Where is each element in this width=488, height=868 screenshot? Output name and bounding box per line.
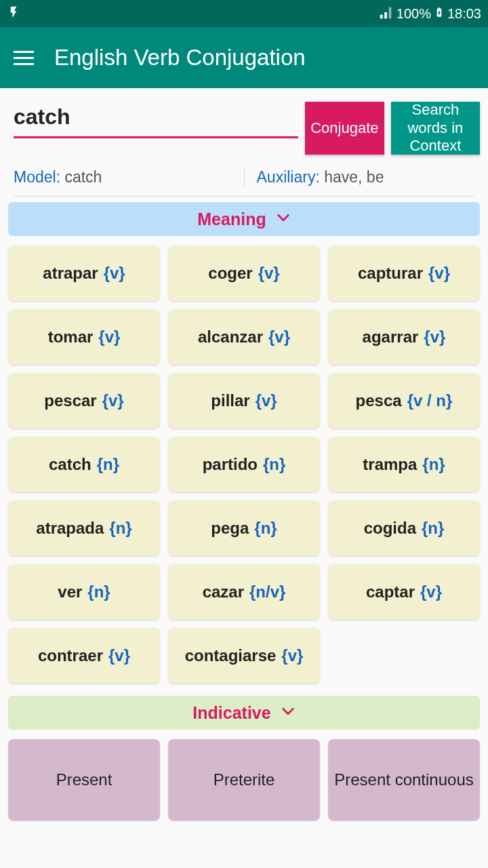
section-meaning[interactable]: Meaning — [8, 202, 480, 236]
meaning-card[interactable]: agarrar{v} — [328, 309, 480, 365]
meaning-card[interactable]: ver{n} — [8, 564, 160, 620]
meaning-card[interactable]: pescar{v} — [8, 373, 160, 429]
meaning-card[interactable]: partido{n} — [168, 437, 320, 492]
meaning-pos: {v} — [108, 646, 130, 665]
meaning-pos: {n} — [422, 455, 445, 474]
meaning-card[interactable]: coger{v} — [168, 245, 320, 301]
meaning-word: cazar — [203, 583, 244, 601]
model-label: Model: — [14, 168, 60, 186]
meaning-card[interactable]: cazar{n/v} — [168, 564, 320, 620]
meaning-pos: {n} — [97, 455, 119, 474]
meaning-card[interactable]: tomar{v} — [8, 309, 160, 365]
battery-charging-icon — [434, 4, 445, 24]
meaning-card[interactable]: contagiarse{v} — [168, 628, 320, 684]
meaning-pos: {v} — [258, 264, 280, 283]
meaning-card[interactable]: cogida{n} — [328, 500, 480, 556]
meaning-pos: {n} — [109, 519, 131, 538]
tense-card[interactable]: Present continuous — [328, 739, 480, 821]
meaning-pos: {v} — [256, 391, 277, 410]
meaning-pos: {v / n} — [407, 391, 453, 410]
verb-input[interactable] — [14, 102, 298, 138]
meaning-word: pega — [211, 519, 249, 538]
meaning-word: captar — [366, 583, 415, 601]
meaning-word: atrapar — [43, 264, 98, 283]
meaning-card[interactable]: trampa{n} — [328, 437, 480, 492]
meaning-pos: {n/v} — [249, 583, 285, 601]
auxiliary-value: have, be — [320, 168, 384, 186]
divider — [14, 196, 474, 197]
meaning-word: capturar — [358, 264, 423, 283]
meaning-pos: {v} — [281, 646, 303, 665]
tense-card[interactable]: Preterite — [168, 739, 320, 821]
meaning-word: contraer — [38, 646, 103, 665]
section-indicative-label: Indicative — [192, 703, 270, 723]
meaning-card[interactable]: pillar{v} — [168, 373, 320, 429]
meaning-word: tomar — [48, 328, 94, 347]
chevron-down-icon — [281, 703, 296, 723]
meaning-card[interactable]: capturar{v} — [328, 245, 480, 301]
menu-icon[interactable] — [14, 51, 34, 65]
info-row: Model: catch Auxiliary: have, be — [0, 160, 488, 196]
chevron-down-icon — [276, 210, 291, 229]
meaning-card[interactable]: alcanzar{v} — [168, 309, 320, 365]
meaning-word: cogida — [364, 519, 416, 538]
meaning-pos: {v} — [98, 328, 120, 347]
tense-card[interactable]: Present — [8, 739, 160, 821]
meaning-card[interactable]: atrapar{v} — [8, 245, 160, 301]
meaning-pos: {v} — [102, 391, 124, 410]
meaning-pos: {v} — [104, 264, 125, 283]
conjugate-button[interactable]: Conjugate — [305, 102, 384, 155]
meaning-word: contagiarse — [185, 646, 277, 665]
tense-grid: PresentPreteritePresent continuous — [0, 735, 488, 825]
auxiliary-label: Auxiliary: — [257, 168, 320, 186]
meaning-card[interactable]: pesca{v / n} — [328, 373, 480, 429]
meaning-card[interactable]: pega{n} — [168, 500, 320, 556]
meaning-card[interactable]: contraer{v} — [8, 628, 160, 684]
meaning-word: ver — [58, 583, 82, 601]
model-value: catch — [60, 168, 102, 186]
meaning-grid: atrapar{v}coger{v}capturar{v}tomar{v}alc… — [0, 241, 488, 690]
meaning-pos: {v} — [420, 583, 442, 601]
meaning-card[interactable]: atrapada{n} — [8, 500, 160, 556]
meaning-word: pescar — [44, 391, 96, 410]
flash-icon — [7, 3, 20, 25]
meaning-pos: {n} — [422, 519, 444, 538]
meaning-word: trampa — [363, 455, 417, 474]
meaning-pos: {v} — [268, 328, 290, 347]
search-context-button[interactable]: Search words in Context — [391, 102, 480, 155]
signal-icon — [379, 5, 394, 23]
search-row: Conjugate Search words in Context — [0, 88, 488, 160]
meaning-word: alcanzar — [198, 328, 263, 347]
meaning-pos: {v} — [424, 328, 445, 347]
meaning-word: pillar — [211, 391, 249, 410]
app-title: English Verb Conjugation — [54, 45, 306, 71]
section-meaning-label: Meaning — [197, 210, 266, 229]
meaning-word: catch — [49, 455, 92, 474]
battery-percent: 100% — [396, 6, 431, 22]
status-bar: 100% 18:03 — [0, 0, 488, 27]
meaning-word: partido — [203, 455, 258, 474]
section-indicative[interactable]: Indicative — [8, 696, 480, 730]
meaning-pos: {n} — [87, 583, 110, 601]
meaning-card[interactable]: captar{v} — [328, 564, 480, 620]
meaning-pos: {v} — [428, 264, 450, 283]
app-bar: English Verb Conjugation — [0, 27, 488, 88]
meaning-pos: {n} — [254, 519, 277, 538]
meaning-card[interactable]: catch{n} — [8, 437, 160, 492]
meaning-word: atrapada — [36, 519, 104, 538]
meaning-word: pesca — [356, 391, 402, 410]
clock-time: 18:03 — [447, 6, 481, 22]
meaning-pos: {n} — [263, 455, 285, 474]
meaning-word: coger — [208, 264, 252, 283]
meaning-word: agarrar — [363, 328, 419, 347]
